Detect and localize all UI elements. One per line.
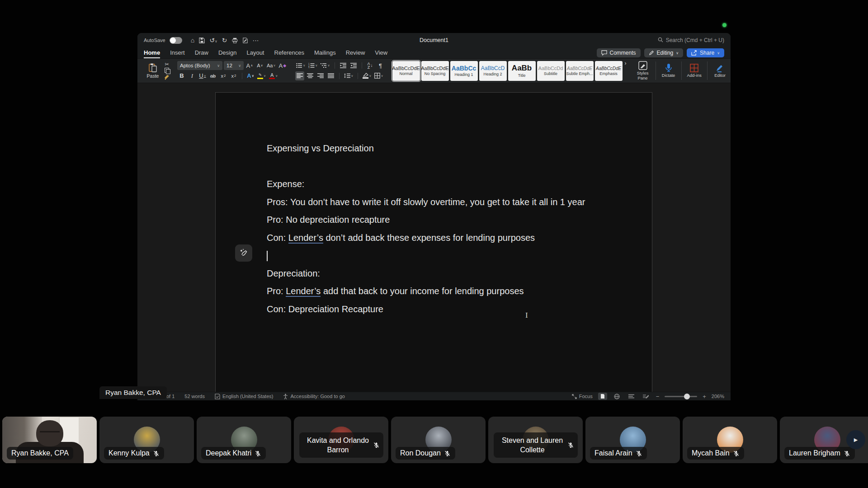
text-effects-button[interactable]: A∨ [246, 71, 255, 80]
add-ins-button[interactable]: Add-ins [684, 60, 705, 81]
tab-draw[interactable]: Draw [195, 47, 208, 58]
justify-button[interactable] [326, 71, 335, 80]
share-button[interactable]: Share∨ [687, 48, 724, 57]
editing-mode-button[interactable]: Editing∨ [644, 48, 684, 57]
participant-tile-faisal-arain[interactable]: Faisal Arain [585, 417, 680, 463]
shrink-font-button[interactable]: A∨ [255, 61, 264, 70]
document-text[interactable]: Expensing vs DepreciationExpense:Pros: Y… [216, 93, 652, 318]
search-box[interactable]: Search (Cmd + Ctrl + U) [658, 37, 724, 44]
proofing-status[interactable]: English (United States) [215, 394, 274, 399]
tab-review[interactable]: Review [346, 47, 365, 58]
grow-font-button[interactable]: A∧ [245, 61, 254, 70]
tab-references[interactable]: References [274, 47, 304, 58]
print-layout-view-button[interactable] [598, 393, 607, 400]
shading-button[interactable]: ∨ [362, 71, 372, 80]
subscript-button[interactable]: x2 [219, 71, 228, 80]
font-name-select[interactable]: Aptos (Body)∨ [177, 61, 222, 70]
participant-tile-kavita-and-orlando-barron[interactable]: Kavita and Orlando Barron [294, 417, 388, 463]
more-commands-icon[interactable]: ··· [253, 37, 259, 43]
focus-mode-button[interactable]: Focus [572, 394, 593, 399]
italic-button[interactable]: I [188, 71, 197, 80]
borders-button[interactable]: ∨ [373, 71, 384, 80]
zoom-out-button[interactable]: − [656, 393, 660, 400]
font-color-button[interactable]: A∨ [268, 71, 278, 80]
style-no-spacing[interactable]: AaBbCcDdENo Spacing [421, 61, 449, 81]
line-spacing-button[interactable]: ∨ [343, 71, 354, 80]
style-heading-1[interactable]: AaBbCcHeading 1 [450, 61, 478, 81]
web-layout-view-button[interactable] [613, 393, 622, 400]
draft-view-button[interactable] [642, 393, 651, 400]
tab-insert[interactable]: Insert [170, 47, 185, 58]
next-participants-button[interactable]: ▶ [846, 430, 865, 449]
undo-icon[interactable]: ↺∨ [209, 37, 217, 43]
styles-pane-button[interactable]: Styles Pane [632, 60, 653, 81]
underline-button[interactable]: U∨ [198, 71, 207, 80]
zoom-in-button[interactable]: + [703, 393, 706, 400]
editor-button[interactable]: Editor [710, 60, 731, 81]
paste-button[interactable]: Paste [143, 60, 163, 81]
save-icon[interactable] [199, 38, 205, 43]
increase-indent-button[interactable] [349, 61, 358, 70]
document-edit-icon[interactable] [242, 38, 248, 43]
document-paragraph[interactable]: Depreciation: [267, 265, 652, 283]
document-paragraph[interactable] [267, 247, 652, 265]
autosave-toggle[interactable] [170, 37, 182, 44]
style-subtle-emph-[interactable]: AaBbCcDdESubtle Emph... [566, 61, 594, 81]
dictate-button[interactable]: Dictate [658, 60, 679, 81]
participant-tile-ryan-bakke-cpa[interactable]: Ryan Bakke, CPA [2, 417, 97, 463]
strikethrough-button[interactable]: ab [208, 71, 217, 80]
outline-view-button[interactable] [627, 393, 636, 400]
participant-tile-mycah-bain[interactable]: Mycah Bain [683, 417, 777, 463]
document-paragraph[interactable] [267, 158, 652, 176]
highlight-color-button[interactable]: ✎∨ [256, 71, 267, 80]
document-paragraph[interactable]: Pro: No depreciation recapture [267, 211, 652, 229]
bold-button[interactable]: B [177, 71, 186, 80]
style-title[interactable]: AaBbTitle [508, 61, 536, 81]
copilot-margin-button[interactable] [235, 244, 252, 262]
superscript-button[interactable]: x2 [229, 71, 238, 80]
tab-view[interactable]: View [375, 47, 387, 58]
style-emphasis[interactable]: AaBbCcDdEEmphasis [595, 61, 623, 81]
participant-tile-deepak-khatri[interactable]: Deepak Khatri [197, 417, 291, 463]
style-gallery-more-icon[interactable]: › [623, 60, 628, 81]
align-left-button[interactable] [295, 71, 304, 80]
print-icon[interactable] [232, 38, 238, 43]
style-normal[interactable]: AaBbCcDdENormal [392, 61, 420, 81]
multilevel-list-button[interactable]: ∨ [320, 61, 330, 70]
document-page[interactable]: Expensing vs DepreciationExpense:Pros: Y… [215, 92, 652, 392]
align-center-button[interactable] [306, 71, 315, 80]
tab-layout[interactable]: Layout [246, 47, 264, 58]
participant-tile-ron-dougan[interactable]: Ron Dougan [391, 417, 486, 463]
sort-button[interactable]: AZ↓ [366, 61, 375, 70]
word-count[interactable]: 52 words [184, 394, 205, 399]
zoom-slider[interactable] [665, 396, 697, 397]
participant-tile-steven-and-lauren-collette[interactable]: Steven and Lauren Collette [488, 417, 583, 463]
tab-mailings[interactable]: Mailings [314, 47, 336, 58]
font-size-select[interactable]: 12∨ [224, 61, 244, 70]
document-paragraph[interactable]: Expensing vs Depreciation [267, 140, 652, 158]
comments-button[interactable]: Comments [597, 48, 641, 57]
align-right-button[interactable] [316, 71, 325, 80]
bullets-button[interactable]: ∨ [295, 61, 306, 70]
clear-formatting-button[interactable]: A◆ [278, 61, 288, 70]
home-icon[interactable]: ⌂ [191, 37, 194, 43]
participant-tile-kenny-kulpa[interactable]: Kenny Kulpa [99, 417, 194, 463]
change-case-button[interactable]: Aa∨ [266, 61, 277, 70]
decrease-indent-button[interactable] [339, 61, 348, 70]
format-painter-icon[interactable] [163, 74, 171, 80]
tab-home[interactable]: Home [144, 47, 160, 58]
numbering-button[interactable]: 123∨ [307, 61, 318, 70]
document-paragraph[interactable]: Con: Lender’s don’t add back these expen… [267, 229, 652, 247]
tab-design[interactable]: Design [218, 47, 236, 58]
document-paragraph[interactable]: Expense: [267, 175, 652, 193]
redo-icon[interactable]: ↻ [222, 37, 227, 43]
copy-icon[interactable] [163, 67, 171, 74]
document-paragraph[interactable]: Con: Depreciation Recapture [267, 300, 652, 319]
zoom-level[interactable]: 206% [712, 394, 724, 399]
style-subtitle[interactable]: AaBbCcDdSubtitle [537, 61, 565, 81]
accessibility-status[interactable]: Accessibility: Good to go [283, 394, 344, 399]
document-paragraph[interactable]: Pro: Lender’s add that back to your inco… [267, 282, 652, 300]
show-paragraph-marks-button[interactable]: ¶ [376, 61, 385, 70]
cut-icon[interactable]: ✂ [163, 61, 171, 67]
style-heading-2[interactable]: AaBbCcDHeading 2 [479, 61, 507, 81]
